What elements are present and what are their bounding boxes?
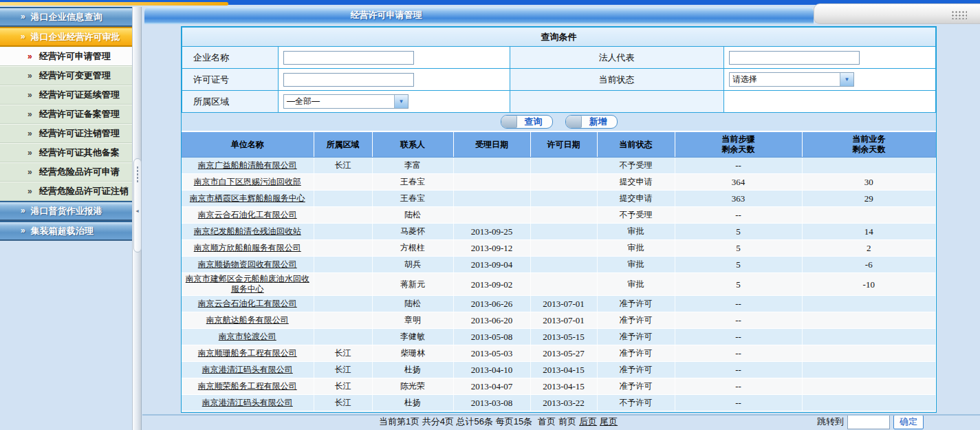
biz-days-cell: [802, 207, 936, 224]
license-no-input[interactable]: [283, 73, 414, 87]
dropdown-arrow-icon[interactable]: ▼: [840, 73, 853, 86]
app-page: { "titlebar": { "title": "经营许可申请管理" }, "…: [0, 0, 980, 430]
column-header: 许可日期: [530, 132, 597, 158]
table-row: 南京顺荣船务工程有限公司长江陈光荣2013-04-072013-04-15准予许…: [182, 378, 936, 395]
region-cell: [314, 273, 372, 296]
menu-item-arrow-icon: »: [28, 67, 31, 85]
company-link[interactable]: 南京顺荣船务工程有限公司: [198, 381, 297, 391]
drag-grip-icon[interactable]: [951, 10, 967, 19]
accept-date-cell: 2013-06-26: [453, 296, 530, 312]
company-link[interactable]: 南京市白下区恩赐污油回收部: [194, 177, 301, 186]
sidebar-item-label: 集装箱超载治理: [31, 222, 94, 239]
license-date-cell: 2013-03-22: [530, 395, 597, 411]
company-link[interactable]: 南京顺扬物资回收有限公司: [198, 259, 297, 269]
company-link[interactable]: 南京顺珊船务工程有限公司: [198, 348, 297, 358]
region-select[interactable]: —全部— ▼: [283, 94, 409, 109]
company-link[interactable]: 南京港清江码头有限公司: [202, 365, 293, 374]
pagination-summary: 当前第1页 共分4页 总计56条 每页15条: [379, 416, 532, 428]
jump-page-input[interactable]: [847, 414, 890, 429]
biz-days-cell: -10: [802, 273, 936, 296]
step-days-cell: --: [675, 345, 802, 362]
license-date-cell: [530, 273, 597, 296]
query-row: 企业名称 法人代表: [182, 47, 936, 69]
page-nav-link[interactable]: 后页: [579, 416, 597, 427]
biz-days-cell: 29: [802, 191, 936, 207]
jump-confirm-button[interactable]: 确定: [893, 415, 924, 429]
splitter-handle[interactable]: ◄: [133, 158, 142, 252]
sidebar-group-header[interactable]: »港口普货作业报港: [0, 201, 132, 221]
step-days-cell: --: [675, 378, 802, 395]
top-right-panel-tab: [814, 3, 980, 24]
region-cell: 长江: [314, 345, 372, 362]
sidebar-item-label: 港口企业经营许可审批: [31, 28, 120, 45]
biz-days-cell: [802, 312, 936, 329]
sidebar-item[interactable]: »经营危险品许可证注销: [0, 182, 132, 201]
column-header: 所属区域: [314, 132, 372, 158]
status-cell: 不予受理: [597, 207, 675, 224]
sidebar-item[interactable]: »经营许可证其他备案: [0, 143, 132, 162]
biz-days-cell: [802, 158, 936, 174]
sidebar-group-header[interactable]: »港口企业经营许可审批: [0, 27, 132, 47]
biz-days-cell: -6: [802, 257, 936, 273]
sidebar-splitter[interactable]: ◄: [132, 7, 142, 430]
company-name-input[interactable]: [283, 51, 414, 65]
contact-cell: 马菱怀: [372, 224, 453, 240]
company-link[interactable]: 南京市栖霞区丰辉船舶服务中心: [190, 193, 305, 203]
page-nav-link[interactable]: 尾页: [600, 416, 618, 427]
splitter-collapse-arrow-icon[interactable]: ◄: [135, 208, 140, 213]
status-cell: 审批: [597, 224, 675, 240]
step-days-cell: 5: [675, 240, 802, 257]
biz-days-cell: [802, 395, 936, 411]
query-row: 所属区域 —全部— ▼: [182, 91, 936, 113]
company-link[interactable]: 南京广益船舶清舱有限公司: [198, 160, 297, 170]
company-link[interactable]: 南京航达船务有限公司: [206, 315, 289, 325]
sidebar-item[interactable]: »经营危险品许可申请: [0, 162, 132, 182]
biz-days-cell: 14: [802, 224, 936, 240]
accept-date-cell: [453, 158, 530, 174]
accept-date-cell: 2013-05-08: [453, 329, 530, 345]
dropdown-arrow-icon[interactable]: ▼: [394, 95, 408, 108]
table-row: 南京云合石油化工有限公司陆松不予受理--: [182, 207, 936, 224]
add-button[interactable]: 新增: [565, 115, 618, 129]
company-cell: 南京纪发船舶清仓残油回收站: [182, 224, 314, 240]
company-link[interactable]: 南京市轮渡公司: [219, 332, 276, 341]
sidebar-item[interactable]: »经营许可证注销管理: [0, 124, 132, 143]
status-cell: 审批: [597, 257, 675, 273]
status-cell: 提交申请: [597, 174, 675, 191]
license-date-cell: 2013-05-15: [530, 329, 597, 345]
company-link[interactable]: 南京市建邺区金元船舶废油水回收服务中心: [186, 274, 309, 294]
sidebar-item-label: 经营许可证延续管理: [39, 86, 120, 104]
sidebar-item[interactable]: »经营许可证备案管理: [0, 105, 132, 124]
contact-cell: 蒋新元: [372, 273, 453, 296]
menu-group-arrow-icon: »: [21, 202, 24, 219]
sidebar-item-label: 经营危险品许可证注销: [39, 182, 129, 200]
search-button[interactable]: 查询: [501, 115, 553, 129]
sidebar-item[interactable]: »经营许可证延续管理: [0, 85, 132, 105]
page-title-bar: 经营许可申请管理: [144, 7, 814, 24]
sidebar-group-header[interactable]: »集装箱超载治理: [0, 221, 132, 241]
license-no-label: 许可证号: [182, 69, 279, 91]
table-row: 南京市白下区恩赐污油回收部王春宝提交申请36430: [182, 174, 936, 191]
company-cell: 南京云合石油化工有限公司: [182, 296, 314, 312]
sidebar-group-header[interactable]: »港口企业信息查询: [0, 7, 132, 27]
table-row: 南京港清江码头有限公司长江杜扬2013-03-082013-03-22不予许可-…: [182, 395, 936, 411]
company-link[interactable]: 南京港清江码头有限公司: [202, 398, 293, 407]
company-link[interactable]: 南京顺方欣船舶服务有限公司: [194, 243, 301, 252]
status-cell: 不予许可: [597, 395, 675, 411]
sidebar-item[interactable]: »经营许可申请管理: [0, 47, 132, 66]
company-link[interactable]: 南京纪发船舶清仓残油回收站: [194, 226, 301, 236]
accept-date-cell: 2013-04-10: [453, 362, 530, 378]
query-section-header-row: 查询条件: [182, 28, 936, 47]
table-row: 南京港清江码头有限公司长江杜扬2013-04-102013-04-15准予许可-…: [182, 362, 936, 378]
sidebar-item[interactable]: »经营许可变更管理: [0, 66, 132, 85]
company-link[interactable]: 南京云合石油化工有限公司: [198, 210, 297, 219]
status-select[interactable]: 请选择 ▼: [729, 72, 854, 87]
biz-days-cell: 2: [802, 240, 936, 257]
company-link[interactable]: 南京云合石油化工有限公司: [198, 299, 297, 308]
column-header: 单位名称: [182, 132, 314, 158]
step-days-cell: 5: [675, 273, 802, 296]
column-header: 受理日期: [453, 132, 530, 158]
region-cell: [314, 207, 372, 224]
region-cell: [314, 240, 372, 257]
legal-rep-input[interactable]: [729, 51, 860, 65]
